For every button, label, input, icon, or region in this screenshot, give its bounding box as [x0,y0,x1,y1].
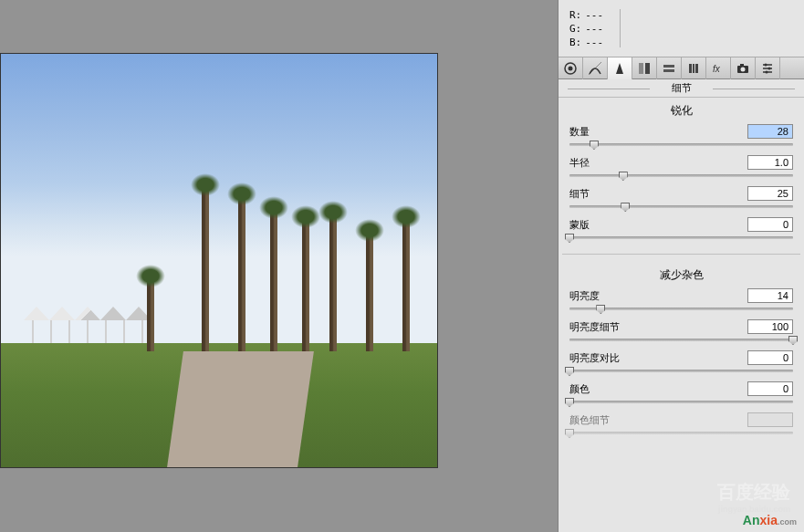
detail-row: 细节 [559,184,804,215]
lum-detail-row: 明亮度细节 [559,318,804,349]
color-detail-label: 颜色细节 [569,413,610,427]
color-input[interactable] [747,381,793,396]
color-detail-slider [569,429,793,442]
lum-contrast-row: 明亮度对比 [559,349,804,380]
panel-title: 细节 [559,79,804,98]
amount-slider[interactable] [569,141,793,153]
g-value: --- [585,23,603,35]
svg-rect-8 [693,64,694,73]
b-label: B: [569,37,581,48]
lum-detail-input[interactable] [747,319,793,334]
r-label: R: [569,9,581,21]
lum-contrast-label: 明亮度对比 [569,351,620,365]
svg-point-19 [766,71,768,74]
mask-label: 蒙版 [569,218,590,232]
svg-point-17 [765,64,767,67]
b-value: --- [585,37,603,48]
canvas-area [0,0,555,532]
tab-camera-icon[interactable] [731,57,756,79]
lum-detail-label: 明亮度细节 [569,320,620,334]
watermark: 百度经验 jingyan.baidu.com [717,480,790,514]
svg-rect-5 [663,65,674,68]
tab-presets-icon[interactable] [756,57,780,79]
svg-rect-7 [689,64,692,73]
lum-contrast-slider[interactable] [569,367,793,380]
svg-rect-9 [695,64,698,73]
luminance-label: 明亮度 [569,289,600,303]
lum-contrast-input[interactable] [747,350,793,365]
color-row: 颜色 [559,380,804,411]
svg-rect-4 [645,63,650,74]
amount-row: 数量 [559,122,804,153]
image-canvas[interactable] [0,53,438,468]
svg-text:fx: fx [713,64,721,74]
noise-header: 减少杂色 [559,262,804,287]
svg-rect-3 [639,63,643,74]
detail-input[interactable] [747,186,793,201]
radius-row: 半径 [559,153,804,184]
svg-rect-6 [663,69,674,72]
svg-point-1 [569,67,573,71]
color-info: R:--- G:--- B:--- [559,0,804,57]
detail-label: 细节 [569,187,590,201]
tab-detail-icon[interactable] [608,57,632,79]
radius-slider[interactable] [569,172,793,184]
amount-input[interactable] [747,124,793,139]
tab-basic-icon[interactable] [559,57,583,79]
color-detail-input [747,412,793,427]
color-label: 颜色 [569,382,590,396]
tab-curve-icon[interactable] [583,57,608,79]
color-slider[interactable] [569,398,793,411]
lum-detail-slider[interactable] [569,336,793,349]
svg-rect-13 [740,64,744,66]
color-detail-row: 颜色细节 [559,411,804,442]
tab-hsl-icon[interactable] [632,57,657,79]
mask-input[interactable] [747,217,793,232]
logo-anxia: Anxia.com [743,513,797,527]
tab-strip: fx [559,57,804,79]
detail-slider[interactable] [569,203,793,215]
svg-point-18 [768,68,771,70]
right-panel: R:--- G:--- B:--- fx 细节 锐化 数量 半径 [558,0,804,532]
svg-point-12 [741,68,746,72]
luminance-input[interactable] [747,288,793,303]
radius-label: 半径 [569,156,590,170]
sharpen-header: 锐化 [559,98,804,122]
tab-split-icon[interactable] [657,57,682,79]
radius-input[interactable] [747,155,793,170]
tab-fx-icon[interactable]: fx [706,57,731,79]
g-label: G: [569,23,581,35]
mask-slider[interactable] [569,234,793,246]
tab-lens-icon[interactable] [682,57,706,79]
luminance-slider[interactable] [569,305,793,318]
r-value: --- [585,9,603,21]
luminance-row: 明亮度 [559,287,804,318]
amount-label: 数量 [569,125,590,139]
mask-row: 蒙版 [559,215,804,246]
